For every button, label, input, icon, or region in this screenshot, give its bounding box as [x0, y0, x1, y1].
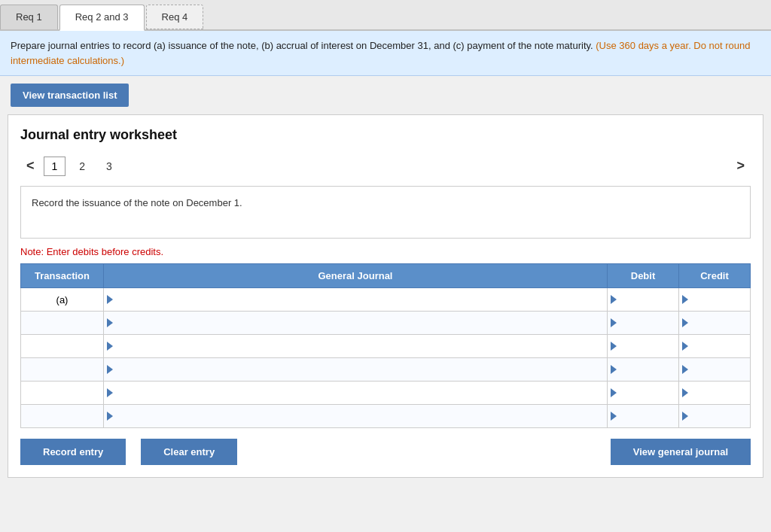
credit-input-4[interactable] [691, 382, 747, 404]
worksheet-title: Journal entry worksheet [20, 127, 751, 143]
credit-cell-2[interactable] [679, 335, 751, 358]
transaction-cell-4 [21, 382, 104, 405]
worksheet-container: Journal entry worksheet < 1 2 3 > Record… [8, 114, 763, 478]
debit-cell-5[interactable] [608, 405, 679, 428]
credit-cell-5[interactable] [679, 405, 751, 428]
transaction-cell-5 [21, 405, 104, 428]
col-transaction: Transaction [21, 264, 104, 288]
triangle-icon [611, 412, 617, 421]
page-3[interactable]: 3 [99, 157, 120, 175]
debit-input-0[interactable] [620, 288, 675, 311]
debit-input-2[interactable] [620, 335, 675, 357]
general-journal-cell-1[interactable] [104, 312, 608, 335]
credit-input-2[interactable] [691, 335, 747, 357]
general-journal-cell-2[interactable] [104, 335, 608, 358]
pagination-row: < 1 2 3 > [20, 155, 751, 177]
page-2[interactable]: 2 [72, 157, 93, 175]
credit-cell-1[interactable] [679, 312, 751, 335]
tab-req2and3[interactable]: Req 2 and 3 [59, 5, 145, 31]
triangle-icon [611, 365, 617, 374]
general-journal-input-0[interactable] [116, 288, 604, 311]
view-general-journal-button[interactable]: View general journal [611, 439, 751, 465]
triangle-icon [682, 295, 688, 304]
general-journal-input-4[interactable] [116, 382, 604, 404]
table-row: (a) [21, 288, 751, 312]
table-row [21, 312, 751, 335]
triangle-icon [107, 295, 113, 304]
credit-cell-0[interactable] [679, 288, 751, 312]
col-general-journal: General Journal [104, 264, 608, 288]
page-1[interactable]: 1 [44, 157, 66, 176]
table-row [21, 358, 751, 382]
credit-input-5[interactable] [691, 405, 747, 427]
tabs-bar: Req 1 Req 2 and 3 Req 4 [0, 0, 771, 31]
info-text: Prepare journal entries to record (a) is… [11, 40, 593, 51]
transaction-cell-1 [21, 312, 104, 335]
table-row [21, 335, 751, 358]
triangle-icon [682, 388, 688, 397]
tab-req4[interactable]: Req 4 [146, 5, 204, 29]
note-text: Record the issuance of the note on Decem… [32, 197, 242, 208]
credit-input-1[interactable] [691, 312, 747, 334]
general-journal-input-2[interactable] [116, 335, 604, 357]
credit-input-0[interactable] [691, 288, 747, 311]
note-box: Record the issuance of the note on Decem… [20, 186, 751, 239]
triangle-icon [682, 412, 688, 421]
credit-cell-3[interactable] [679, 358, 751, 382]
debit-cell-4[interactable] [608, 382, 679, 405]
transaction-cell-2 [21, 335, 104, 358]
debit-input-4[interactable] [620, 382, 675, 404]
triangle-icon [682, 342, 688, 351]
general-journal-cell-0[interactable] [104, 288, 608, 312]
debit-input-5[interactable] [620, 405, 675, 427]
triangle-icon [611, 318, 617, 327]
general-journal-input-1[interactable] [116, 312, 604, 334]
general-journal-input-3[interactable] [116, 358, 604, 381]
col-debit: Debit [608, 264, 679, 288]
triangle-icon [611, 342, 617, 351]
prev-page-arrow[interactable]: < [20, 155, 41, 177]
triangle-icon [611, 388, 617, 397]
debit-cell-1[interactable] [608, 312, 679, 335]
triangle-icon [107, 412, 113, 421]
general-journal-input-5[interactable] [116, 405, 604, 427]
general-journal-cell-5[interactable] [104, 405, 608, 428]
table-row [21, 382, 751, 405]
warning-note: Note: Enter debits before credits. [20, 246, 751, 257]
tab-req1[interactable]: Req 1 [0, 5, 58, 29]
triangle-icon [682, 318, 688, 327]
general-journal-cell-4[interactable] [104, 382, 608, 405]
triangle-icon [611, 295, 617, 304]
debit-input-1[interactable] [620, 312, 675, 334]
next-page-arrow[interactable]: > [730, 155, 751, 177]
debit-cell-2[interactable] [608, 335, 679, 358]
bottom-buttons: Record entry Clear entry View general jo… [20, 439, 751, 465]
triangle-icon [107, 318, 113, 327]
credit-cell-4[interactable] [679, 382, 751, 405]
col-credit: Credit [679, 264, 751, 288]
triangle-icon [107, 365, 113, 374]
clear-entry-button[interactable]: Clear entry [141, 439, 237, 465]
debit-cell-0[interactable] [608, 288, 679, 312]
info-banner: Prepare journal entries to record (a) is… [0, 31, 771, 76]
journal-table: Transaction General Journal Debit Credit… [20, 263, 751, 428]
debit-input-3[interactable] [620, 358, 675, 381]
table-row [21, 405, 751, 428]
view-transaction-button[interactable]: View transaction list [11, 84, 129, 107]
transaction-cell-3 [21, 358, 104, 382]
credit-input-3[interactable] [691, 358, 747, 381]
table-header-row: Transaction General Journal Debit Credit [21, 264, 751, 288]
triangle-icon [682, 365, 688, 374]
triangle-icon [107, 388, 113, 397]
triangle-icon [107, 342, 113, 351]
transaction-cell-0: (a) [21, 288, 104, 312]
general-journal-cell-3[interactable] [104, 358, 608, 382]
debit-cell-3[interactable] [608, 358, 679, 382]
record-entry-button[interactable]: Record entry [20, 439, 126, 465]
